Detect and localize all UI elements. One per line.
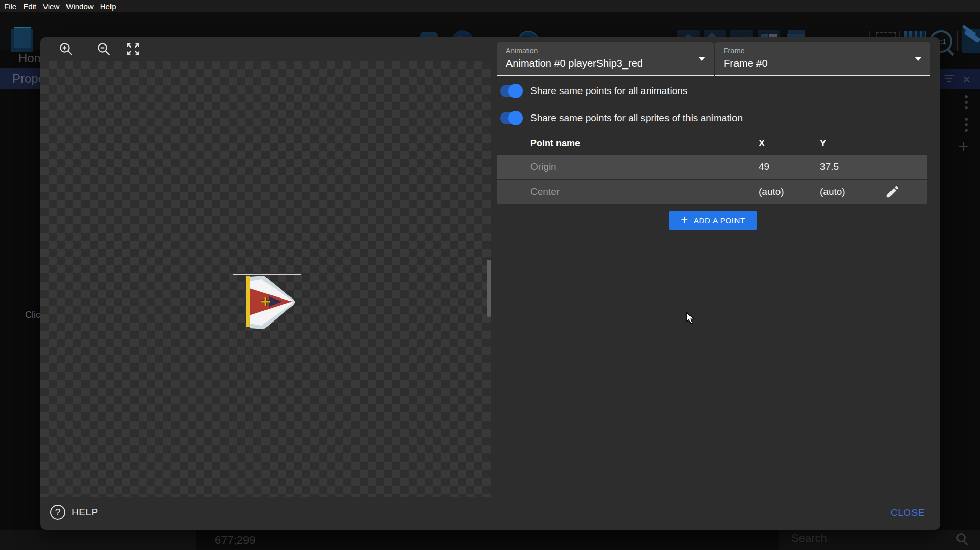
plus-icon: + (681, 213, 688, 227)
close-panel-icon: × (963, 72, 970, 87)
animation-select-value: Animation #0 playerShip3_red (506, 58, 643, 70)
point-y-field[interactable]: 37.5 (820, 161, 855, 174)
close-button[interactable]: CLOSE (890, 507, 925, 518)
point-y-value: (auto) (820, 186, 845, 197)
search-icon (956, 533, 966, 542)
share-points-all-sprites-toggle[interactable] (500, 112, 522, 124)
menu-item-file[interactable]: File (4, 2, 16, 11)
sprite-selection-box (233, 274, 301, 329)
share-points-all-animations-toggle[interactable] (500, 85, 522, 97)
column-header-y: Y (820, 138, 826, 149)
menu-item-help[interactable]: Help (100, 2, 116, 11)
frame-select-label: Frame (724, 47, 744, 55)
table-row-origin: Origin 49 37.5 (497, 155, 927, 179)
add-a-point-button[interactable]: + ADD A POINT (669, 211, 757, 230)
menu-bar: File Edit View Window Help (0, 0, 980, 12)
toggle-label: Share same points for all sprites of thi… (530, 112, 743, 124)
toggle-label: Share same points for all animations (530, 85, 687, 97)
project-manager-icon (11, 29, 33, 52)
sprite-canvas[interactable] (40, 61, 491, 497)
chevron-down-icon (698, 57, 705, 61)
animation-select-label: Animation (506, 47, 538, 55)
frame-select-value: Frame #0 (724, 58, 768, 70)
menu-item-view[interactable]: View (43, 2, 59, 11)
edit-pencil-icon[interactable] (885, 184, 900, 199)
fit-to-screen-icon[interactable] (125, 41, 141, 57)
column-header-name: Point name (530, 138, 580, 149)
add-icon: + (958, 136, 969, 157)
point-name-field: Center (530, 186, 560, 197)
kebab-menu-icon (965, 118, 968, 134)
gdevelop-app: File Edit View Window Help PREVIEW PUBLI… (0, 0, 980, 550)
chevron-down-icon (915, 57, 922, 61)
zoom-in-icon[interactable] (58, 41, 74, 57)
animation-select[interactable]: Animation Animation #0 playerShip3_red (497, 42, 714, 76)
filter-icon (944, 75, 954, 83)
help-button[interactable]: ? HELP (50, 505, 98, 520)
point-name-field: Origin (530, 161, 556, 172)
zoom-out-icon[interactable] (96, 41, 112, 57)
menu-item-window[interactable]: Window (66, 2, 93, 11)
tab-properties: Properties (0, 68, 40, 89)
properties-hint-text: Click (25, 310, 40, 320)
share-points-all-sprites-row: Share same points for all sprites of thi… (500, 111, 743, 125)
help-icon: ? (50, 505, 65, 520)
share-points-all-animations-row: Share same points for all animations (500, 84, 687, 98)
player-ship-sprite (233, 275, 302, 330)
settings-wrench-icon (962, 29, 980, 53)
menu-item-edit[interactable]: Edit (23, 2, 36, 11)
search-input (791, 532, 945, 545)
point-x-value: (auto) (759, 186, 784, 197)
kebab-menu-icon (965, 95, 968, 112)
dialog-footer: ? HELP CLOSE (40, 497, 940, 530)
search-box (779, 530, 980, 550)
status-bar-left (0, 530, 196, 550)
table-row-center: Center (auto) (auto) (497, 180, 927, 204)
column-header-x: X (759, 138, 765, 149)
point-x-field[interactable]: 49 (759, 161, 793, 174)
cursor-coordinates: 677;299 (215, 534, 256, 547)
canvas-scrollbar[interactable] (487, 260, 491, 317)
frame-select[interactable]: Frame Frame #0 (715, 42, 930, 76)
points-editor-dialog: Animation Animation #0 playerShip3_red F… (40, 37, 940, 530)
